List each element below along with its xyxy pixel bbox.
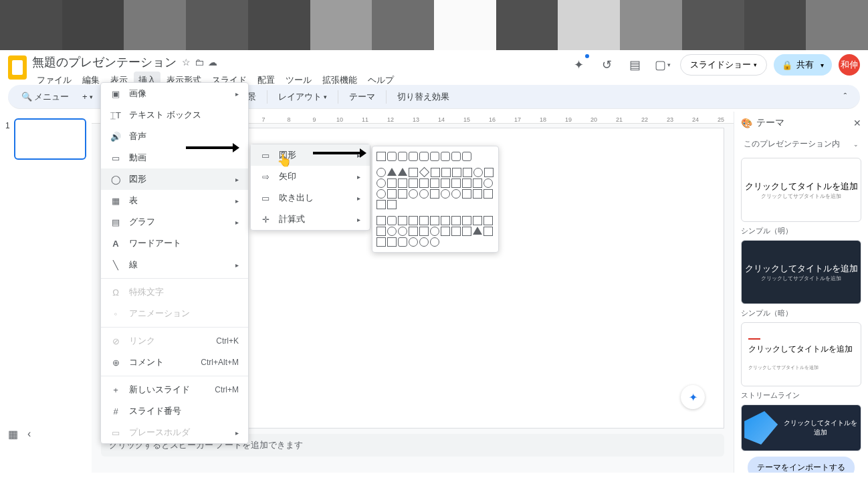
menu-line[interactable]: ╲線▸ bbox=[101, 254, 248, 275]
shape-option[interactable] bbox=[376, 168, 386, 177]
shape-option[interactable] bbox=[462, 227, 471, 236]
shape-option[interactable] bbox=[483, 216, 493, 225]
meet-icon[interactable]: ▢▾ bbox=[652, 54, 673, 76]
shape-option[interactable] bbox=[452, 168, 461, 177]
menu-6[interactable]: 配置 bbox=[253, 72, 280, 89]
shape-option[interactable] bbox=[441, 227, 450, 236]
shape-option[interactable] bbox=[473, 189, 482, 199]
shape-option[interactable] bbox=[431, 168, 440, 177]
shape-option[interactable] bbox=[484, 168, 494, 177]
shape-option[interactable] bbox=[430, 237, 439, 247]
menu-wordart[interactable]: Aワードアート bbox=[101, 233, 248, 254]
explore-fab[interactable]: ✦ bbox=[681, 385, 705, 409]
history-icon[interactable]: ↺ bbox=[596, 54, 617, 76]
collapse-toolbar-icon[interactable]: ˆ bbox=[839, 89, 852, 104]
shape-option[interactable] bbox=[409, 237, 418, 247]
shape-option[interactable] bbox=[441, 189, 450, 199]
layout-button[interactable]: レイアウト ▾ bbox=[273, 88, 332, 106]
shape-option[interactable] bbox=[376, 216, 386, 225]
shape-option[interactable] bbox=[430, 178, 439, 188]
shape-option[interactable] bbox=[409, 189, 418, 199]
shape-option[interactable] bbox=[441, 152, 450, 161]
shape-option[interactable] bbox=[451, 178, 461, 188]
shape-option[interactable] bbox=[387, 237, 397, 247]
shape-option[interactable] bbox=[451, 216, 461, 225]
shape-option[interactable] bbox=[419, 227, 429, 236]
menu-9[interactable]: ヘルプ bbox=[363, 72, 399, 89]
shape-option[interactable] bbox=[430, 152, 439, 161]
submenu-arrows[interactable]: ⇨矢印▸ bbox=[251, 166, 370, 187]
shape-option[interactable] bbox=[409, 152, 418, 161]
shape-option[interactable] bbox=[483, 189, 493, 199]
shape-option[interactable] bbox=[376, 152, 386, 161]
theme-card-streamline[interactable]: クリックしてタイトルを追加 クリックしてサブタイトルを追加 bbox=[741, 322, 861, 386]
shape-option[interactable] bbox=[419, 237, 429, 247]
slide-thumbnail[interactable] bbox=[14, 118, 86, 160]
import-theme-button[interactable]: テーマをインポートする bbox=[748, 457, 855, 473]
star-icon[interactable]: ☆ bbox=[182, 57, 191, 68]
close-icon[interactable]: ✕ bbox=[853, 118, 861, 128]
shape-option[interactable] bbox=[430, 227, 439, 236]
theme-card-simple-light[interactable]: クリックしてタイトルを追加 クリックしてサブタイトルを追加 bbox=[741, 158, 861, 222]
cloud-icon[interactable]: ☁ bbox=[208, 57, 217, 68]
shape-option[interactable] bbox=[473, 216, 482, 225]
theme-button[interactable]: テーマ bbox=[344, 88, 381, 106]
menu-image[interactable]: ▣画像▸ bbox=[101, 83, 248, 104]
avatar[interactable]: 和伸 bbox=[839, 54, 860, 76]
share-button[interactable]: 🔒 共有 ▾ bbox=[774, 54, 832, 76]
shape-option[interactable] bbox=[462, 189, 471, 199]
shape-option[interactable] bbox=[419, 167, 430, 178]
shape-option[interactable] bbox=[441, 216, 450, 225]
shape-option[interactable] bbox=[376, 237, 386, 247]
shape-option[interactable] bbox=[387, 189, 397, 199]
slides-logo[interactable] bbox=[8, 55, 27, 80]
shape-option[interactable] bbox=[387, 216, 397, 225]
menu-table[interactable]: ▦表▸ bbox=[101, 190, 248, 211]
gemini-icon[interactable]: ✦ bbox=[568, 54, 589, 76]
move-icon[interactable]: 🗀 bbox=[195, 57, 204, 68]
menu-comment[interactable]: ⊕コメントCtrl+Alt+M bbox=[101, 352, 248, 373]
shape-option[interactable] bbox=[483, 178, 493, 188]
shape-option[interactable] bbox=[409, 227, 418, 236]
shape-option[interactable] bbox=[376, 189, 386, 199]
shape-option[interactable] bbox=[387, 200, 397, 209]
shape-option[interactable] bbox=[387, 168, 397, 176]
shape-option[interactable] bbox=[451, 227, 461, 236]
shape-option[interactable] bbox=[398, 152, 407, 161]
shape-option[interactable] bbox=[376, 178, 386, 188]
shape-option[interactable] bbox=[387, 178, 397, 188]
shape-option[interactable] bbox=[419, 178, 429, 188]
comments-icon[interactable]: ▤ bbox=[624, 54, 645, 76]
shape-option[interactable] bbox=[409, 168, 418, 177]
new-slide-button[interactable]: + ▾ bbox=[77, 89, 98, 104]
shape-option[interactable] bbox=[462, 216, 471, 225]
shape-option[interactable] bbox=[473, 227, 482, 235]
shape-option[interactable] bbox=[462, 178, 471, 188]
shape-option[interactable] bbox=[398, 237, 407, 247]
menu-8[interactable]: 拡張機能 bbox=[318, 72, 362, 89]
shape-option[interactable] bbox=[419, 189, 429, 199]
shape-option[interactable] bbox=[376, 227, 386, 236]
shape-option[interactable] bbox=[419, 152, 429, 161]
shape-option[interactable] bbox=[387, 152, 397, 161]
shape-option[interactable] bbox=[451, 189, 461, 199]
collapse-panel-icon[interactable]: ‹ bbox=[27, 428, 31, 441]
theme-card-focus[interactable]: クリックしてタイトルを追加 bbox=[741, 404, 861, 451]
shape-option[interactable] bbox=[441, 168, 451, 177]
shape-option[interactable] bbox=[462, 152, 471, 161]
shape-option[interactable] bbox=[387, 227, 397, 236]
theme-card-simple-dark[interactable]: クリックしてタイトルを追加 クリックしてサブタイトルを追加 bbox=[741, 240, 861, 304]
shape-option[interactable] bbox=[430, 189, 439, 199]
shape-option[interactable] bbox=[398, 178, 407, 188]
shape-option[interactable] bbox=[376, 200, 386, 209]
submenu-callouts[interactable]: ▭吹き出し▸ bbox=[251, 187, 370, 209]
theme-section-label[interactable]: このプレゼンテーション内 ⌄ bbox=[741, 134, 861, 154]
shape-option[interactable] bbox=[409, 178, 418, 188]
shape-option[interactable] bbox=[409, 216, 418, 225]
shape-option[interactable] bbox=[398, 216, 407, 225]
shape-option[interactable] bbox=[419, 216, 429, 225]
submenu-equation[interactable]: ✛計算式▸ bbox=[251, 209, 370, 230]
shape-option[interactable] bbox=[441, 178, 450, 188]
shape-option[interactable] bbox=[473, 178, 482, 188]
menu-textbox[interactable]: ⌶Tテキスト ボックス bbox=[101, 104, 248, 126]
